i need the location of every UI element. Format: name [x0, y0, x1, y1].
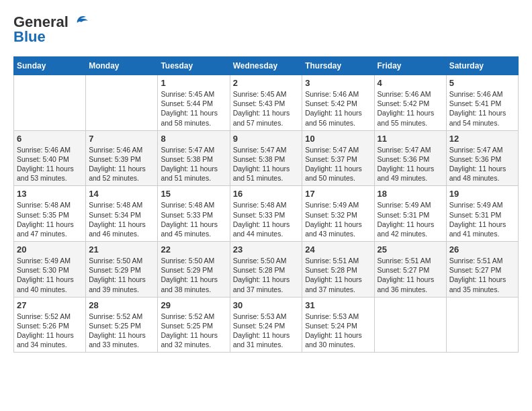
- calendar-cell: 3Sunrise: 5:46 AMSunset: 5:42 PMDaylight…: [302, 75, 374, 131]
- calendar-cell: 2Sunrise: 5:45 AMSunset: 5:43 PMDaylight…: [230, 75, 302, 131]
- calendar-week-4: 20Sunrise: 5:49 AMSunset: 5:30 PMDayligh…: [14, 242, 519, 298]
- day-number: 20: [17, 244, 83, 255]
- day-number: 22: [161, 244, 226, 255]
- calendar-cell: 27Sunrise: 5:52 AMSunset: 5:26 PMDayligh…: [14, 297, 86, 353]
- day-number: 23: [233, 244, 300, 255]
- calendar-body: 1Sunrise: 5:45 AMSunset: 5:44 PMDaylight…: [14, 75, 519, 353]
- weekday-monday: Monday: [86, 57, 158, 75]
- cell-info: Sunrise: 5:52 AMSunset: 5:26 PMDaylight:…: [17, 312, 83, 350]
- day-number: 6: [17, 134, 83, 144]
- cell-info: Sunrise: 5:51 AMSunset: 5:27 PMDaylight:…: [449, 256, 515, 294]
- calendar-cell: 4Sunrise: 5:46 AMSunset: 5:42 PMDaylight…: [374, 75, 446, 131]
- weekday-sunday: Sunday: [14, 57, 86, 75]
- day-number: 10: [305, 134, 371, 144]
- calendar-cell: 22Sunrise: 5:50 AMSunset: 5:29 PMDayligh…: [158, 242, 230, 298]
- calendar-cell: 18Sunrise: 5:49 AMSunset: 5:31 PMDayligh…: [374, 186, 446, 242]
- day-number: 16: [233, 189, 300, 199]
- cell-info: Sunrise: 5:52 AMSunset: 5:25 PMDaylight:…: [161, 312, 226, 350]
- logo-blue: Blue: [13, 28, 46, 46]
- cell-info: Sunrise: 5:52 AMSunset: 5:25 PMDaylight:…: [89, 312, 154, 350]
- calendar-cell: 20Sunrise: 5:49 AMSunset: 5:30 PMDayligh…: [14, 242, 86, 298]
- cell-info: Sunrise: 5:50 AMSunset: 5:29 PMDaylight:…: [89, 256, 154, 294]
- calendar-week-3: 13Sunrise: 5:48 AMSunset: 5:35 PMDayligh…: [14, 186, 519, 242]
- cell-info: Sunrise: 5:46 AMSunset: 5:40 PMDaylight:…: [17, 145, 83, 183]
- cell-info: Sunrise: 5:45 AMSunset: 5:44 PMDaylight:…: [161, 89, 226, 128]
- calendar-cell: 14Sunrise: 5:48 AMSunset: 5:34 PMDayligh…: [86, 186, 158, 242]
- cell-info: Sunrise: 5:48 AMSunset: 5:33 PMDaylight:…: [161, 200, 226, 238]
- day-number: 9: [233, 134, 300, 144]
- calendar-week-2: 6Sunrise: 5:46 AMSunset: 5:40 PMDaylight…: [14, 130, 519, 186]
- calendar-header: SundayMondayTuesdayWednesdayThursdayFrid…: [14, 57, 519, 75]
- calendar-cell: 15Sunrise: 5:48 AMSunset: 5:33 PMDayligh…: [158, 186, 230, 242]
- weekday-friday: Friday: [374, 57, 446, 75]
- day-number: 8: [161, 134, 226, 144]
- calendar-cell: 1Sunrise: 5:45 AMSunset: 5:44 PMDaylight…: [158, 75, 230, 131]
- day-number: 7: [89, 134, 154, 144]
- cell-info: Sunrise: 5:46 AMSunset: 5:42 PMDaylight:…: [305, 89, 371, 128]
- day-number: 31: [305, 300, 371, 310]
- calendar-cell: 23Sunrise: 5:50 AMSunset: 5:28 PMDayligh…: [230, 242, 302, 298]
- logo-bird-icon: [70, 15, 89, 30]
- cell-info: Sunrise: 5:49 AMSunset: 5:32 PMDaylight:…: [305, 200, 371, 238]
- cell-info: Sunrise: 5:46 AMSunset: 5:42 PMDaylight:…: [378, 89, 443, 128]
- day-number: 29: [161, 300, 226, 310]
- day-number: 27: [17, 300, 83, 310]
- cell-info: Sunrise: 5:46 AMSunset: 5:39 PMDaylight:…: [89, 145, 154, 183]
- calendar-week-5: 27Sunrise: 5:52 AMSunset: 5:26 PMDayligh…: [14, 297, 519, 353]
- calendar-cell: 13Sunrise: 5:48 AMSunset: 5:35 PMDayligh…: [14, 186, 86, 242]
- day-number: 1: [161, 78, 226, 88]
- day-number: 25: [378, 244, 443, 255]
- weekday-saturday: Saturday: [446, 57, 518, 75]
- cell-info: Sunrise: 5:49 AMSunset: 5:31 PMDaylight:…: [378, 200, 443, 238]
- weekday-header-row: SundayMondayTuesdayWednesdayThursdayFrid…: [14, 57, 519, 75]
- calendar-week-1: 1Sunrise: 5:45 AMSunset: 5:44 PMDaylight…: [14, 75, 519, 131]
- calendar-table: SundayMondayTuesdayWednesdayThursdayFrid…: [13, 56, 519, 353]
- calendar-cell: 26Sunrise: 5:51 AMSunset: 5:27 PMDayligh…: [446, 242, 518, 298]
- cell-info: Sunrise: 5:51 AMSunset: 5:28 PMDaylight:…: [305, 256, 371, 294]
- calendar-cell: 28Sunrise: 5:52 AMSunset: 5:25 PMDayligh…: [86, 297, 158, 353]
- calendar-cell: 17Sunrise: 5:49 AMSunset: 5:32 PMDayligh…: [302, 186, 374, 242]
- calendar-cell: 31Sunrise: 5:53 AMSunset: 5:24 PMDayligh…: [302, 297, 374, 353]
- day-number: 4: [378, 78, 443, 88]
- calendar-cell: [86, 75, 158, 131]
- cell-info: Sunrise: 5:46 AMSunset: 5:41 PMDaylight:…: [449, 89, 515, 128]
- cell-info: Sunrise: 5:53 AMSunset: 5:24 PMDaylight:…: [233, 312, 300, 350]
- day-number: 2: [233, 78, 300, 88]
- cell-info: Sunrise: 5:45 AMSunset: 5:43 PMDaylight:…: [233, 89, 300, 128]
- cell-info: Sunrise: 5:47 AMSunset: 5:38 PMDaylight:…: [233, 145, 300, 183]
- calendar-cell: [446, 297, 518, 353]
- calendar-cell: 9Sunrise: 5:47 AMSunset: 5:38 PMDaylight…: [230, 130, 302, 186]
- weekday-wednesday: Wednesday: [230, 57, 302, 75]
- page-header: General Blue: [13, 13, 519, 46]
- cell-info: Sunrise: 5:53 AMSunset: 5:24 PMDaylight:…: [305, 312, 371, 350]
- cell-info: Sunrise: 5:47 AMSunset: 5:36 PMDaylight:…: [449, 145, 515, 183]
- calendar-cell: 25Sunrise: 5:51 AMSunset: 5:27 PMDayligh…: [374, 242, 446, 298]
- calendar-cell: 24Sunrise: 5:51 AMSunset: 5:28 PMDayligh…: [302, 242, 374, 298]
- day-number: 19: [449, 189, 515, 199]
- day-number: 28: [89, 300, 154, 310]
- calendar-cell: 19Sunrise: 5:49 AMSunset: 5:31 PMDayligh…: [446, 186, 518, 242]
- calendar-cell: 16Sunrise: 5:48 AMSunset: 5:33 PMDayligh…: [230, 186, 302, 242]
- day-number: 5: [449, 78, 515, 88]
- cell-info: Sunrise: 5:50 AMSunset: 5:28 PMDaylight:…: [233, 256, 300, 294]
- day-number: 11: [378, 134, 443, 144]
- calendar-cell: 21Sunrise: 5:50 AMSunset: 5:29 PMDayligh…: [86, 242, 158, 298]
- day-number: 13: [17, 189, 83, 199]
- cell-info: Sunrise: 5:51 AMSunset: 5:27 PMDaylight:…: [378, 256, 443, 294]
- day-number: 24: [305, 244, 371, 255]
- cell-info: Sunrise: 5:48 AMSunset: 5:35 PMDaylight:…: [17, 200, 83, 238]
- day-number: 26: [449, 244, 515, 255]
- calendar-cell: 29Sunrise: 5:52 AMSunset: 5:25 PMDayligh…: [158, 297, 230, 353]
- logo: General Blue: [13, 13, 89, 46]
- calendar-cell: 10Sunrise: 5:47 AMSunset: 5:37 PMDayligh…: [302, 130, 374, 186]
- cell-info: Sunrise: 5:49 AMSunset: 5:30 PMDaylight:…: [17, 256, 83, 294]
- calendar-cell: 30Sunrise: 5:53 AMSunset: 5:24 PMDayligh…: [230, 297, 302, 353]
- day-number: 17: [305, 189, 371, 199]
- day-number: 14: [89, 189, 154, 199]
- cell-info: Sunrise: 5:47 AMSunset: 5:38 PMDaylight:…: [161, 145, 226, 183]
- calendar-cell: 7Sunrise: 5:46 AMSunset: 5:39 PMDaylight…: [86, 130, 158, 186]
- cell-info: Sunrise: 5:47 AMSunset: 5:36 PMDaylight:…: [378, 145, 443, 183]
- calendar-cell: [374, 297, 446, 353]
- cell-info: Sunrise: 5:48 AMSunset: 5:33 PMDaylight:…: [233, 200, 300, 238]
- calendar-cell: 12Sunrise: 5:47 AMSunset: 5:36 PMDayligh…: [446, 130, 518, 186]
